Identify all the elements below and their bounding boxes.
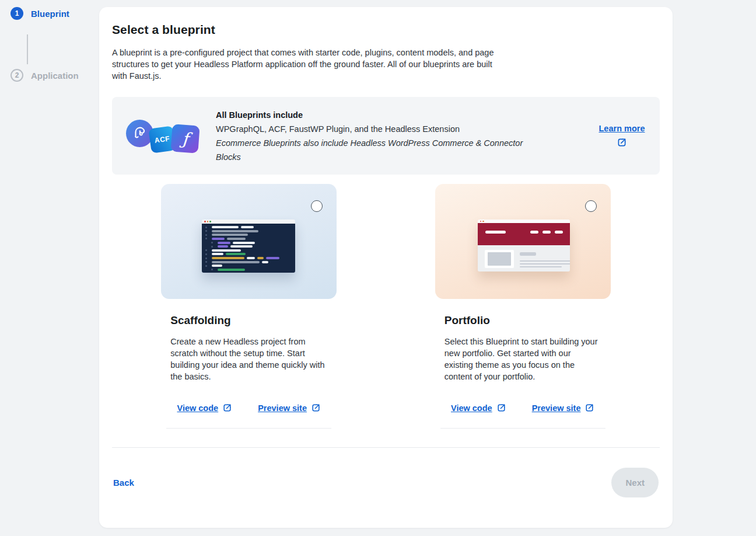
scaffolding-radio[interactable] xyxy=(311,200,323,212)
line-number-dash xyxy=(211,269,213,270)
banner-heading: All Blueprints include xyxy=(216,108,545,122)
blueprint-card-scaffolding: Scaffolding Create a new Headless projec… xyxy=(161,184,337,429)
code-token-bar xyxy=(212,226,239,228)
portfolio-preview-site-link[interactable]: Preview site xyxy=(532,403,595,413)
learn-more-link[interactable]: Learn more xyxy=(598,124,646,148)
line-number-dash xyxy=(205,265,207,267)
step-2-circle: 2 xyxy=(10,69,23,82)
code-token-bar xyxy=(212,253,223,255)
code-token-bar xyxy=(257,257,264,259)
line-number-dash xyxy=(205,230,207,232)
line-number-dash xyxy=(205,249,207,251)
step-1-circle: 1 xyxy=(10,7,23,20)
stepper-step-blueprint[interactable]: 1 Blueprint xyxy=(10,7,92,20)
portfolio-radio[interactable] xyxy=(585,200,597,212)
preview-site-label: Preview site xyxy=(258,403,307,413)
editor-code-lines xyxy=(202,224,295,273)
code-token-bar xyxy=(212,230,258,232)
back-button[interactable]: Back xyxy=(113,478,134,488)
site-media-card xyxy=(485,250,514,268)
code-token-bar xyxy=(262,261,268,263)
next-button[interactable]: Next xyxy=(611,468,659,497)
code-line xyxy=(205,234,292,236)
banner-ecommerce-note: Ecommerce Blueprints also include Headle… xyxy=(216,136,545,164)
card-title-portfolio: Portfolio xyxy=(444,314,611,327)
code-line xyxy=(205,261,292,263)
code-line xyxy=(205,249,292,252)
external-link-icon xyxy=(584,403,594,413)
external-link-icon xyxy=(617,137,627,148)
code-token-bar xyxy=(212,238,225,240)
portfolio-view-code-link[interactable]: View code xyxy=(451,403,506,413)
scaffolding-thumbnail[interactable] xyxy=(161,184,337,299)
code-token-bar xyxy=(212,234,248,236)
site-text-line xyxy=(520,260,570,262)
site-header-band xyxy=(478,223,570,245)
faustwp-icon: ƒ xyxy=(170,124,200,153)
code-line xyxy=(205,230,292,232)
nav-item-placeholder xyxy=(555,231,563,234)
scaffolding-preview-site-link[interactable]: Preview site xyxy=(258,403,321,413)
code-token-bar xyxy=(218,245,228,248)
page-title: Select a blueprint xyxy=(112,23,660,37)
external-link-icon xyxy=(311,403,321,413)
window-dot-icon xyxy=(204,221,206,222)
view-code-label: View code xyxy=(451,403,492,413)
site-logo-placeholder xyxy=(485,231,506,234)
site-text-line xyxy=(520,263,570,264)
wizard-footer: Back Next xyxy=(112,468,660,497)
code-line xyxy=(205,245,292,248)
step-1-label: Blueprint xyxy=(31,9,69,19)
code-token-bar xyxy=(241,226,254,228)
line-number-dash xyxy=(205,238,207,239)
code-token-bar xyxy=(227,238,246,240)
scaffolding-view-code-link[interactable]: View code xyxy=(177,403,233,413)
card-links-scaffolding: View code Preview site xyxy=(161,403,337,413)
window-dot-icon xyxy=(209,221,211,222)
line-number-dash xyxy=(205,234,207,236)
card-description-scaffolding: Create a new Headless project from scrat… xyxy=(170,336,327,382)
code-token-bar xyxy=(212,257,244,259)
stepper-connector-line xyxy=(27,34,28,64)
website-illustration xyxy=(478,220,570,272)
site-nav-placeholder xyxy=(530,231,563,234)
code-token-bar xyxy=(212,249,241,252)
line-number-dash xyxy=(205,261,207,263)
view-code-label: View code xyxy=(177,403,219,413)
blueprint-cards: Scaffolding Create a new Headless projec… xyxy=(112,184,660,429)
editor-titlebar xyxy=(202,220,295,224)
external-link-icon xyxy=(496,403,506,413)
code-token-bar xyxy=(212,261,260,263)
code-line xyxy=(205,226,292,228)
nav-item-placeholder xyxy=(530,231,538,234)
nav-item-placeholder xyxy=(542,231,551,234)
footer-divider xyxy=(112,447,660,448)
all-blueprints-banner: ACF ƒ All Blueprints include WPGraphQL, … xyxy=(112,97,660,175)
code-line xyxy=(205,253,292,255)
code-token-bar xyxy=(233,242,255,244)
page-description: A blueprint is a pre-configured project … xyxy=(112,47,504,82)
code-token-bar xyxy=(230,245,253,248)
window-dot-icon xyxy=(480,221,482,222)
code-editor-illustration xyxy=(202,220,295,273)
window-dot-icon xyxy=(482,221,484,222)
blueprint-selection-panel: Select a blueprint A blueprint is a pre-… xyxy=(99,7,673,528)
code-token-bar xyxy=(226,253,246,255)
code-token-bar xyxy=(266,257,279,259)
card-divider xyxy=(440,428,606,429)
code-line xyxy=(205,257,292,259)
code-token-bar xyxy=(218,242,230,244)
wizard-stepper: 1 Blueprint 2 Application xyxy=(10,7,92,82)
code-line xyxy=(205,269,292,271)
step-1-number: 1 xyxy=(15,9,19,18)
portfolio-thumbnail[interactable] xyxy=(435,184,611,299)
code-line xyxy=(205,238,292,240)
card-links-portfolio: View code Preview site xyxy=(435,403,611,413)
code-line xyxy=(205,242,292,244)
code-token-bar xyxy=(218,269,245,271)
site-image-placeholder xyxy=(488,252,511,266)
site-content-area xyxy=(478,245,570,272)
acf-icon-label: ACF xyxy=(154,134,170,145)
faust-icon-glyph: ƒ xyxy=(181,128,189,149)
stepper-step-application: 2 Application xyxy=(10,69,92,82)
